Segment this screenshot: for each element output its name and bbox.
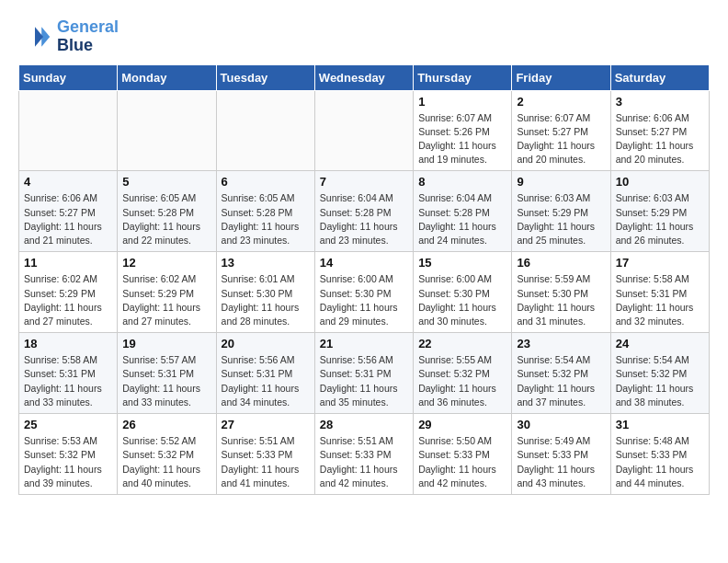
day-info: Sunrise: 6:07 AM Sunset: 5:26 PM Dayligh… — [418, 111, 506, 167]
day-info: Sunrise: 5:58 AM Sunset: 5:31 PM Dayligh… — [616, 272, 704, 328]
day-info: Sunrise: 5:52 AM Sunset: 5:32 PM Dayligh… — [122, 434, 210, 490]
weekday-header-sunday: Sunday — [19, 64, 118, 90]
calendar-cell: 16Sunrise: 5:59 AM Sunset: 5:30 PM Dayli… — [512, 252, 610, 333]
day-number: 31 — [616, 418, 704, 431]
day-number: 23 — [517, 337, 605, 350]
day-info: Sunrise: 5:51 AM Sunset: 5:33 PM Dayligh… — [320, 434, 408, 490]
day-number: 17 — [616, 256, 704, 270]
day-info: Sunrise: 5:51 AM Sunset: 5:33 PM Dayligh… — [222, 434, 310, 490]
day-info: Sunrise: 5:57 AM Sunset: 5:31 PM Dayligh… — [122, 353, 210, 409]
calendar-cell: 15Sunrise: 6:00 AM Sunset: 5:30 PM Dayli… — [414, 252, 512, 333]
day-number: 21 — [320, 337, 408, 350]
day-info: Sunrise: 5:58 AM Sunset: 5:31 PM Dayligh… — [24, 353, 112, 409]
calendar-cell: 31Sunrise: 5:48 AM Sunset: 5:33 PM Dayli… — [610, 414, 709, 495]
calendar-cell: 19Sunrise: 5:57 AM Sunset: 5:31 PM Dayli… — [118, 333, 216, 414]
calendar-cell: 27Sunrise: 5:51 AM Sunset: 5:33 PM Dayli… — [216, 414, 314, 495]
calendar-cell: 17Sunrise: 5:58 AM Sunset: 5:31 PM Dayli… — [610, 252, 709, 333]
day-info: Sunrise: 6:06 AM Sunset: 5:27 PM Dayligh… — [24, 191, 112, 247]
calendar-cell: 3Sunrise: 6:06 AM Sunset: 5:27 PM Daylig… — [610, 90, 709, 171]
day-info: Sunrise: 6:03 AM Sunset: 5:29 PM Dayligh… — [517, 191, 605, 247]
day-number: 20 — [222, 337, 310, 350]
day-info: Sunrise: 6:05 AM Sunset: 5:28 PM Dayligh… — [222, 191, 310, 247]
day-number: 12 — [122, 256, 210, 270]
calendar-cell: 25Sunrise: 5:53 AM Sunset: 5:32 PM Dayli… — [19, 414, 118, 495]
calendar-cell: 30Sunrise: 5:49 AM Sunset: 5:33 PM Dayli… — [512, 414, 610, 495]
calendar-cell: 1Sunrise: 6:07 AM Sunset: 5:26 PM Daylig… — [414, 90, 512, 171]
day-info: Sunrise: 6:06 AM Sunset: 5:27 PM Dayligh… — [616, 111, 704, 167]
day-info: Sunrise: 6:04 AM Sunset: 5:28 PM Dayligh… — [418, 191, 506, 247]
calendar-week-4: 18Sunrise: 5:58 AM Sunset: 5:31 PM Dayli… — [19, 333, 710, 414]
day-number: 14 — [320, 256, 408, 270]
weekday-header-friday: Friday — [512, 64, 610, 90]
logo-icon — [18, 20, 51, 53]
calendar-cell: 11Sunrise: 6:02 AM Sunset: 5:29 PM Dayli… — [19, 252, 118, 333]
page-header: General Blue — [18, 18, 710, 55]
day-number: 19 — [122, 337, 210, 350]
day-number: 30 — [517, 418, 605, 431]
day-number: 18 — [24, 337, 112, 350]
calendar-cell: 28Sunrise: 5:51 AM Sunset: 5:33 PM Dayli… — [314, 414, 413, 495]
calendar-cell: 18Sunrise: 5:58 AM Sunset: 5:31 PM Dayli… — [19, 333, 118, 414]
day-info: Sunrise: 6:04 AM Sunset: 5:28 PM Dayligh… — [320, 191, 408, 247]
calendar-cell: 22Sunrise: 5:55 AM Sunset: 5:32 PM Dayli… — [414, 333, 512, 414]
calendar-cell — [314, 90, 413, 171]
day-info: Sunrise: 6:05 AM Sunset: 5:28 PM Dayligh… — [122, 191, 210, 247]
weekday-header-thursday: Thursday — [414, 64, 512, 90]
weekday-header-monday: Monday — [118, 64, 216, 90]
day-info: Sunrise: 6:00 AM Sunset: 5:30 PM Dayligh… — [418, 272, 506, 328]
day-number: 9 — [517, 175, 605, 189]
day-info: Sunrise: 5:48 AM Sunset: 5:33 PM Dayligh… — [616, 434, 704, 490]
day-number: 4 — [24, 175, 112, 189]
weekday-header-wednesday: Wednesday — [314, 64, 413, 90]
day-number: 26 — [122, 418, 210, 431]
calendar-cell: 7Sunrise: 6:04 AM Sunset: 5:28 PM Daylig… — [314, 171, 413, 252]
day-number: 1 — [418, 95, 506, 109]
calendar-week-5: 25Sunrise: 5:53 AM Sunset: 5:32 PM Dayli… — [19, 414, 710, 495]
day-number: 6 — [222, 175, 310, 189]
calendar-cell: 29Sunrise: 5:50 AM Sunset: 5:33 PM Dayli… — [414, 414, 512, 495]
calendar-cell: 13Sunrise: 6:01 AM Sunset: 5:30 PM Dayli… — [216, 252, 314, 333]
day-number: 22 — [418, 337, 506, 350]
day-number: 25 — [24, 418, 112, 431]
day-info: Sunrise: 6:07 AM Sunset: 5:27 PM Dayligh… — [517, 111, 605, 167]
calendar-week-3: 11Sunrise: 6:02 AM Sunset: 5:29 PM Dayli… — [19, 252, 710, 333]
day-number: 10 — [616, 175, 704, 189]
day-info: Sunrise: 5:54 AM Sunset: 5:32 PM Dayligh… — [517, 353, 605, 409]
day-info: Sunrise: 5:50 AM Sunset: 5:33 PM Dayligh… — [418, 434, 506, 490]
weekday-header-tuesday: Tuesday — [216, 64, 314, 90]
calendar-cell: 24Sunrise: 5:54 AM Sunset: 5:32 PM Dayli… — [610, 333, 709, 414]
calendar-cell: 14Sunrise: 6:00 AM Sunset: 5:30 PM Dayli… — [314, 252, 413, 333]
day-number: 16 — [517, 256, 605, 270]
day-info: Sunrise: 6:01 AM Sunset: 5:30 PM Dayligh… — [222, 272, 310, 328]
day-info: Sunrise: 5:53 AM Sunset: 5:32 PM Dayligh… — [24, 434, 112, 490]
calendar-cell: 23Sunrise: 5:54 AM Sunset: 5:32 PM Dayli… — [512, 333, 610, 414]
calendar-cell — [19, 90, 118, 171]
calendar-cell — [216, 90, 314, 171]
day-info: Sunrise: 6:02 AM Sunset: 5:29 PM Dayligh… — [24, 272, 112, 328]
logo-text: General Blue — [57, 18, 119, 55]
calendar-week-2: 4Sunrise: 6:06 AM Sunset: 5:27 PM Daylig… — [19, 171, 710, 252]
day-info: Sunrise: 5:56 AM Sunset: 5:31 PM Dayligh… — [320, 353, 408, 409]
logo: General Blue — [18, 18, 119, 55]
calendar-cell: 21Sunrise: 5:56 AM Sunset: 5:31 PM Dayli… — [314, 333, 413, 414]
calendar-cell: 6Sunrise: 6:05 AM Sunset: 5:28 PM Daylig… — [216, 171, 314, 252]
day-info: Sunrise: 5:49 AM Sunset: 5:33 PM Dayligh… — [517, 434, 605, 490]
calendar-cell: 26Sunrise: 5:52 AM Sunset: 5:32 PM Dayli… — [118, 414, 216, 495]
calendar-cell: 2Sunrise: 6:07 AM Sunset: 5:27 PM Daylig… — [512, 90, 610, 171]
day-number: 2 — [517, 95, 605, 109]
calendar-cell: 9Sunrise: 6:03 AM Sunset: 5:29 PM Daylig… — [512, 171, 610, 252]
day-number: 8 — [418, 175, 506, 189]
day-info: Sunrise: 5:59 AM Sunset: 5:30 PM Dayligh… — [517, 272, 605, 328]
day-info: Sunrise: 6:00 AM Sunset: 5:30 PM Dayligh… — [320, 272, 408, 328]
day-number: 3 — [616, 95, 704, 109]
calendar-cell — [118, 90, 216, 171]
calendar-cell: 12Sunrise: 6:02 AM Sunset: 5:29 PM Dayli… — [118, 252, 216, 333]
calendar-table: SundayMondayTuesdayWednesdayThursdayFrid… — [18, 64, 710, 495]
calendar-cell: 5Sunrise: 6:05 AM Sunset: 5:28 PM Daylig… — [118, 171, 216, 252]
day-info: Sunrise: 5:56 AM Sunset: 5:31 PM Dayligh… — [222, 353, 310, 409]
day-info: Sunrise: 5:55 AM Sunset: 5:32 PM Dayligh… — [418, 353, 506, 409]
day-number: 15 — [418, 256, 506, 270]
weekday-header-saturday: Saturday — [610, 64, 709, 90]
day-info: Sunrise: 6:02 AM Sunset: 5:29 PM Dayligh… — [122, 272, 210, 328]
day-number: 11 — [24, 256, 112, 270]
